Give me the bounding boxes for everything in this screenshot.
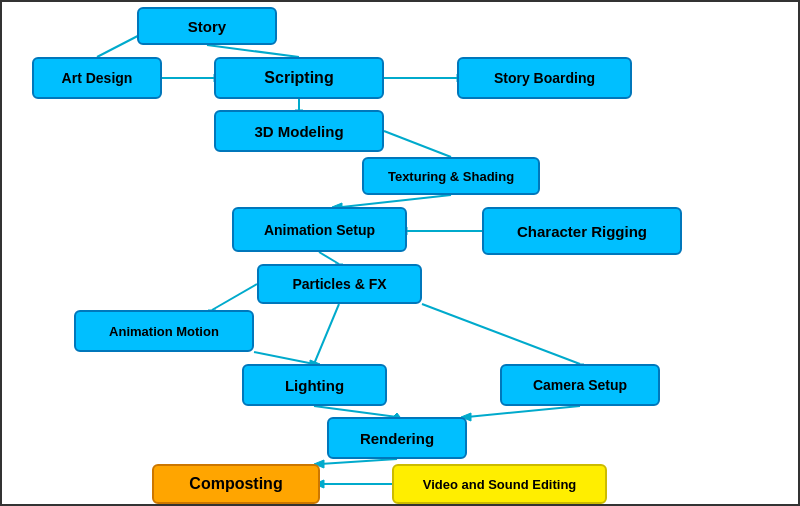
svg-line-9 <box>342 195 451 207</box>
camera-setup-node: Camera Setup <box>500 364 660 406</box>
texturing-node: Texturing & Shading <box>362 157 540 195</box>
animation-motion-node: Animation Motion <box>74 310 254 352</box>
diagram: Story Art Design Scripting Story Boardin… <box>0 0 800 506</box>
lighting-node: Lighting <box>242 364 387 406</box>
character-rigging-node: Character Rigging <box>482 207 682 255</box>
svg-line-23 <box>314 406 397 417</box>
composting-node: Composting <box>152 464 320 504</box>
rendering-node: Rendering <box>327 417 467 459</box>
art-design-node: Art Design <box>32 57 162 99</box>
svg-line-0 <box>207 45 299 57</box>
svg-line-17 <box>314 304 339 364</box>
particles-node: Particles & FX <box>257 264 422 304</box>
svg-line-19 <box>422 304 580 364</box>
svg-line-25 <box>467 406 580 417</box>
svg-line-13 <box>319 252 339 264</box>
story-boarding-node: Story Boarding <box>457 57 632 99</box>
scripting-node: Scripting <box>214 57 384 99</box>
svg-line-21 <box>254 352 314 364</box>
3d-modeling-node: 3D Modeling <box>214 110 384 152</box>
video-sound-node: Video and Sound Editing <box>392 464 607 504</box>
story-node: Story <box>137 7 277 45</box>
svg-line-8 <box>384 131 451 157</box>
animation-setup-node: Animation Setup <box>232 207 407 252</box>
svg-line-27 <box>320 459 397 464</box>
svg-line-15 <box>212 284 257 310</box>
